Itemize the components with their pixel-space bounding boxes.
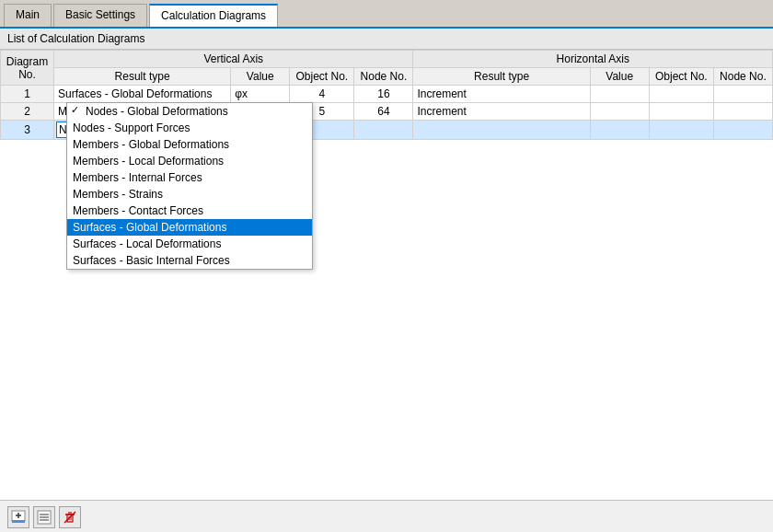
list-button[interactable]: [33, 506, 55, 528]
dropdown-item-label: Surfaces - Global Deformations: [73, 221, 226, 234]
col-header-diagram-no: DiagramNo.: [1, 51, 54, 86]
dropdown-item-label: Members - Global Deformations: [73, 138, 229, 151]
cell-h-value[interactable]: [590, 103, 649, 121]
dropdown-item[interactable]: Members - Contact Forces: [67, 202, 312, 219]
svg-line-13: [64, 512, 75, 523]
svg-rect-1: [12, 520, 25, 523]
col-header-object-no: Object No.: [290, 68, 354, 86]
dropdown-item[interactable]: Members - Global Deformations: [67, 136, 312, 153]
row-number: 2: [1, 103, 54, 121]
cell-h-node-no[interactable]: [713, 103, 772, 121]
col-group-vertical: Vertical Axis: [54, 51, 413, 68]
cell-result-type[interactable]: Surfaces - Global Deformations: [54, 86, 231, 103]
dropdown-item-label: Nodes - Support Forces: [73, 121, 190, 134]
cell-h-value[interactable]: [590, 86, 649, 103]
col-header-h-result-type: Result type: [413, 68, 590, 86]
dropdown-item[interactable]: Surfaces - Global Deformations: [67, 219, 312, 236]
cell-h-result-type[interactable]: Increment: [413, 103, 590, 121]
dropdown-item-label: Members - Contact Forces: [73, 204, 203, 217]
dropdown-item-label: Members - Local Deformations: [73, 155, 224, 168]
cell-h-node-no[interactable]: [713, 86, 772, 103]
cell-h-object-no[interactable]: [649, 103, 713, 121]
col-header-h-value: Value: [590, 68, 649, 86]
col-header-h-object-no: Object No.: [649, 68, 713, 86]
cell-h-object-no[interactable]: [649, 86, 713, 103]
dropdown-item[interactable]: Surfaces - Basic Internal Forces: [67, 252, 312, 269]
col-header-result-type: Result type: [54, 68, 231, 86]
dropdown-item-label: Members - Internal Forces: [73, 171, 202, 184]
row-number: 3: [1, 121, 54, 140]
row-number: 1: [1, 86, 54, 103]
cell-h-value[interactable]: [590, 121, 649, 140]
tab-basic-settings[interactable]: Basic Settings: [53, 4, 147, 27]
dropdown-item[interactable]: Members - Internal Forces: [67, 169, 312, 186]
cell-h-result-type[interactable]: [413, 121, 590, 140]
dropdown-item[interactable]: Nodes - Support Forces: [67, 120, 312, 136]
tab-main[interactable]: Main: [4, 4, 52, 27]
col-group-horizontal: Horizontal Axis: [413, 51, 773, 68]
dropdown-item[interactable]: Surfaces - Local Deformations: [67, 236, 312, 252]
add-button[interactable]: [7, 506, 29, 528]
dropdown-item[interactable]: Members - Local Deformations: [67, 153, 312, 169]
col-header-node-no: Node No.: [354, 68, 413, 86]
tab-calculation-diagrams[interactable]: Calculation Diagrams: [149, 4, 278, 27]
dropdown-item-label: Surfaces - Local Deformations: [73, 237, 221, 250]
cell-h-node-no[interactable]: [713, 121, 772, 140]
table-row[interactable]: 1Surfaces - Global Deformationsφx416Incr…: [1, 86, 773, 103]
cell-value[interactable]: φx: [231, 86, 290, 103]
bottom-toolbar: [0, 500, 773, 532]
dropdown-item-label: Members - Strains: [73, 188, 163, 201]
dropdown-item[interactable]: Members - Strains: [67, 186, 312, 202]
dropdown-item-label: Nodes - Global Deformations: [86, 105, 228, 118]
delete-button[interactable]: [59, 506, 81, 528]
dropdown-item[interactable]: ✓Nodes - Global Deformations: [67, 103, 312, 120]
cell-node-no[interactable]: 16: [354, 86, 413, 103]
dropdown-item-label: Surfaces - Basic Internal Forces: [73, 254, 230, 267]
check-mark-icon: ✓: [71, 104, 79, 116]
table-container: DiagramNo. Vertical Axis Horizontal Axis…: [0, 50, 773, 500]
tab-bar: Main Basic Settings Calculation Diagrams: [0, 0, 773, 29]
list-header: List of Calculation Diagrams: [0, 29, 773, 50]
result-type-dropdown[interactable]: ✓Nodes - Global DeformationsNodes - Supp…: [66, 102, 313, 270]
main-content: List of Calculation Diagrams DiagramNo. …: [0, 29, 773, 532]
cell-h-object-no[interactable]: [649, 121, 713, 140]
cell-h-result-type[interactable]: Increment: [413, 86, 590, 103]
cell-node-no[interactable]: 64: [354, 103, 413, 121]
cell-node-no[interactable]: [354, 121, 413, 140]
col-header-value: Value: [231, 68, 290, 86]
col-header-h-node-no: Node No.: [713, 68, 772, 86]
cell-object-no[interactable]: 4: [290, 86, 354, 103]
